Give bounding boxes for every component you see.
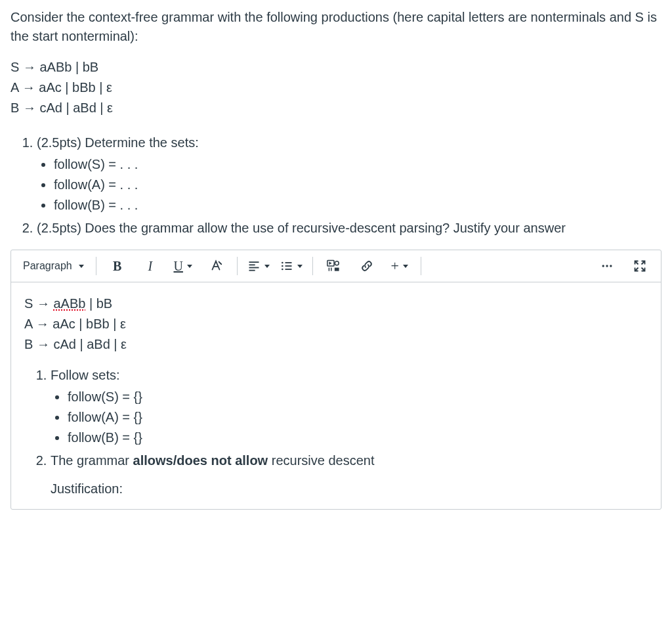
- answer-follow-sets: follow(S) = {} follow(A) = {} follow(B) …: [51, 388, 648, 447]
- bold-button[interactable]: B: [102, 254, 133, 278]
- toolbar-separator: [312, 257, 313, 275]
- follow-a-prompt: follow(A) = . . .: [54, 175, 662, 194]
- answer-grammar: S → aABb | bB A → aAc | bBb | ε B → cAd …: [24, 294, 648, 354]
- answer-g1-post: | bB: [85, 296, 112, 311]
- question-part-2: (2.5pts) Does the grammar allow the use …: [37, 219, 662, 238]
- media-button[interactable]: [318, 254, 350, 278]
- answer-follow-a: follow(A) = {}: [68, 408, 648, 427]
- answer-p2-post: recursive descent: [268, 453, 374, 468]
- svg-point-15: [602, 265, 604, 267]
- svg-point-16: [606, 265, 608, 267]
- chevron-down-icon: [79, 265, 84, 268]
- grammar-line-2: A → aAc | bBb | ε: [10, 78, 662, 97]
- toolbar-separator: [421, 257, 421, 275]
- svg-point-6: [282, 269, 284, 271]
- chevron-down-icon: [403, 265, 408, 268]
- italic-button[interactable]: I: [135, 254, 166, 278]
- toolbar-separator: [237, 257, 238, 275]
- text-color-icon: [209, 259, 223, 273]
- align-left-icon: [247, 259, 261, 273]
- more-horizontal-icon: [600, 259, 614, 273]
- svg-point-17: [610, 265, 612, 267]
- svg-rect-14: [335, 268, 339, 271]
- justification-label: Justification:: [51, 479, 648, 498]
- grammar-block: S → aABb | bB A → aAc | bBb | ε B → cAd …: [10, 58, 662, 118]
- answer-p2-bold: allows/does not allow: [133, 453, 268, 468]
- svg-point-4: [282, 262, 284, 264]
- answer-g1-pre: S →: [24, 296, 53, 311]
- chevron-down-icon: [264, 265, 270, 268]
- spellcheck-underline: aABb: [53, 296, 85, 311]
- block-type-label: Paragraph: [23, 258, 72, 273]
- follow-s-prompt: follow(S) = . . .: [54, 155, 662, 174]
- question-intro: Consider the context-free grammar with t…: [10, 8, 662, 46]
- text-color-button[interactable]: [200, 254, 232, 278]
- editor-content[interactable]: S → aABb | bB A → aAc | bBb | ε B → cAd …: [11, 282, 661, 509]
- underline-button[interactable]: U: [167, 254, 199, 278]
- insert-button[interactable]: +: [384, 254, 415, 278]
- follow-b-prompt: follow(B) = . . .: [54, 196, 662, 215]
- question-list: (2.5pts) Determine the sets: follow(S) =…: [37, 133, 662, 238]
- toolbar-separator: [96, 257, 96, 275]
- media-icon: [327, 259, 341, 273]
- list-button[interactable]: [276, 254, 307, 278]
- answer-part-1: Follow sets: follow(S) = {} follow(A) = …: [51, 366, 648, 447]
- more-button[interactable]: [591, 254, 623, 278]
- fullscreen-button[interactable]: [624, 254, 656, 278]
- question-part-2-label: (2.5pts) Does the grammar allow the use …: [37, 221, 566, 235]
- fullscreen-icon: [633, 259, 646, 273]
- underline-icon: U: [173, 257, 182, 276]
- bullet-list-icon: [280, 259, 293, 273]
- grammar-line-1: S → aABb | bB: [10, 58, 662, 77]
- answer-follow-s: follow(S) = {}: [68, 388, 648, 407]
- answer-grammar-line-2: A → aAc | bBb | ε: [24, 315, 648, 334]
- question-part-1-label: (2.5pts) Determine the sets:: [37, 135, 199, 150]
- link-icon: [360, 259, 374, 273]
- align-button[interactable]: [243, 254, 274, 278]
- answer-part-2: The grammar allows/does not allow recurs…: [51, 451, 648, 470]
- answer-grammar-line-3: B → cAd | aBd | ε: [24, 335, 648, 354]
- svg-point-13: [335, 261, 339, 265]
- block-type-select[interactable]: Paragraph: [16, 254, 91, 277]
- chevron-down-icon: [297, 265, 303, 268]
- question-part-1-items: follow(S) = . . . follow(A) = . . . foll…: [37, 155, 662, 215]
- plus-icon: +: [391, 259, 399, 273]
- grammar-line-3: B → cAd | aBd | ε: [10, 99, 662, 118]
- question-part-1: (2.5pts) Determine the sets: follow(S) =…: [37, 133, 662, 215]
- answer-list: Follow sets: follow(S) = {} follow(A) = …: [51, 366, 648, 470]
- answer-part-1-label: Follow sets:: [51, 368, 120, 382]
- chevron-down-icon: [187, 265, 192, 268]
- answer-p2-pre: The grammar: [51, 453, 133, 468]
- link-button[interactable]: [351, 254, 383, 278]
- svg-point-5: [282, 265, 284, 267]
- answer-grammar-line-1: S → aABb | bB: [24, 294, 648, 313]
- rich-text-editor: Paragraph B I U: [10, 250, 662, 510]
- answer-follow-b: follow(B) = {}: [68, 428, 648, 447]
- editor-toolbar: Paragraph B I U: [11, 250, 661, 282]
